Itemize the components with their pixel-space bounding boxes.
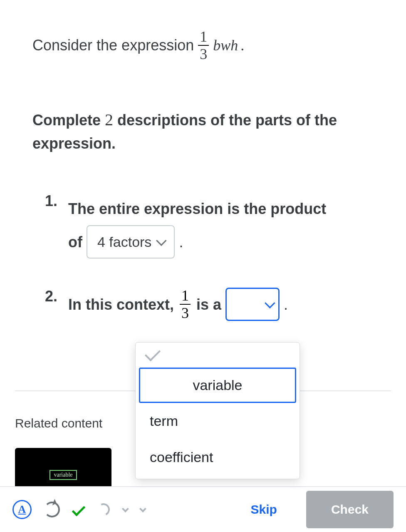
instruction: Complete 2 descriptions of the parts of … [32,107,374,155]
chevron-down-icon[interactable] [122,505,129,512]
bottom-toolbar: A Skip Check [0,486,406,532]
question-2: 2. In this context, 1 3 is a . [45,288,374,321]
check-icon[interactable] [72,503,86,517]
chevron-down-icon [265,298,275,308]
question-1: 1. The entire expression is the product … [45,192,374,259]
chevron-down-icon[interactable] [139,505,146,512]
chevron-down-icon [156,236,166,246]
check-icon [145,346,161,361]
dropdown-option-term[interactable]: term [136,403,300,439]
dropdown-option-variable[interactable]: variable [139,368,296,403]
select-factors[interactable]: 4 factors [87,225,175,259]
dropdown-menu[interactable]: variable term coefficient [135,342,300,479]
related-heading: Related content [15,416,111,430]
select-part-type[interactable] [225,288,280,321]
prompt-prefix: Consider the expression [32,37,194,54]
redo-icon[interactable] [44,502,60,517]
dropdown-option-blank[interactable] [136,343,300,364]
prompt: Consider the expression 1 3 bwh. [32,29,374,62]
fraction-one-third-q2: 1 3 [178,288,192,321]
prompt-vars: bwh [213,37,238,54]
dropdown-option-coefficient[interactable]: coefficient [136,439,300,475]
skip-button[interactable]: Skip [251,502,277,517]
check-button[interactable]: Check [306,491,394,528]
retry-icon[interactable] [96,502,111,517]
fraction-one-third: 1 3 [196,29,210,62]
font-icon[interactable]: A [12,500,32,519]
